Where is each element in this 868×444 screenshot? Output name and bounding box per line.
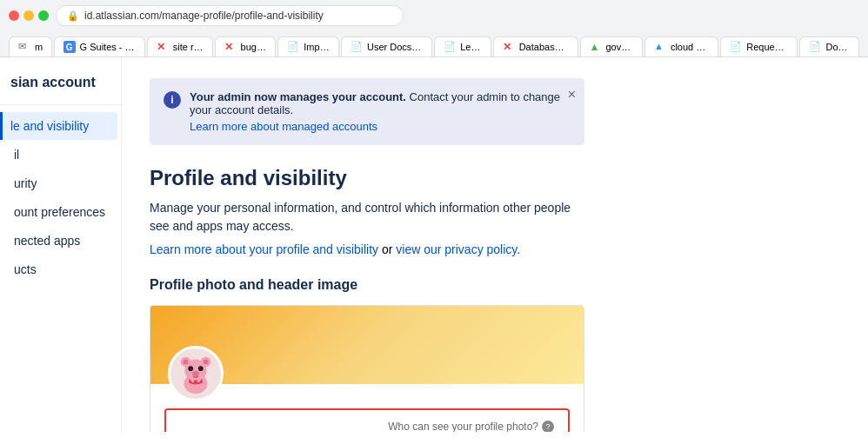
banner-close-button[interactable]: × (568, 87, 576, 103)
tab-label-documen: Documen (825, 42, 850, 52)
sidebar-heading: sian account (0, 75, 121, 105)
browser-chrome: 🔒 id.atlassian.com/manage-profile/profil… (0, 0, 868, 57)
info-icon: i (164, 91, 181, 109)
maximize-window-button[interactable] (38, 10, 49, 21)
tab-favicon-site-rename: ✕ (157, 41, 169, 53)
tab-gsuites[interactable]: G G Suites - Dashbo... (54, 36, 145, 56)
sidebar-item-connected-apps[interactable]: nected apps (3, 227, 117, 255)
tab-governator[interactable]: ▲ governator (580, 36, 643, 56)
close-window-button[interactable] (9, 10, 19, 21)
tab-favicon-imp-links: 📄 (287, 41, 299, 53)
page-title: Profile and visibility (150, 166, 840, 190)
page-links: Learn more about your profile and visibi… (150, 242, 840, 256)
help-icon[interactable]: ? (542, 421, 554, 432)
tab-request-for-call[interactable]: 📄 RequestForCall (720, 36, 798, 56)
svg-point-8 (192, 371, 199, 376)
avatar-image (170, 348, 221, 400)
privacy-policy-link[interactable]: view our privacy policy. (396, 242, 520, 256)
sidebar-item-products[interactable]: ucts (3, 255, 117, 283)
tab-favicon-learning: 📄 (444, 41, 456, 53)
banner-text: Your admin now manages your account. Con… (190, 90, 571, 133)
svg-point-5 (204, 360, 209, 365)
profile-photo-container: Who can see your profile photo? ? Atl (150, 305, 584, 432)
tab-label-site-rename: site rename (173, 42, 204, 52)
tab-favicon-documen: 📄 (809, 41, 821, 53)
sidebar-item-email[interactable]: il (3, 141, 117, 169)
tab-favicon-bugfix: ✕ (224, 41, 237, 53)
tab-label-gsuites: G Suites - Dashbo... (80, 42, 136, 52)
tab-label-imp-links: Imp_Links (304, 42, 330, 52)
tab-label-learning: Learning (460, 42, 482, 52)
tab-label-governator: governator (606, 42, 633, 52)
address-text: id.atlassian.com/manage-profile/profile-… (84, 10, 324, 22)
tab-label-request-for-call: RequestForCall (746, 42, 788, 52)
svg-point-11 (194, 380, 198, 384)
page-description: Manage your personal information, and co… (150, 199, 584, 235)
tab-user-docs[interactable]: 📄 User Docs to acce... (341, 36, 432, 56)
tab-db-queries[interactable]: ✕ Database Queries (493, 36, 578, 56)
sidebar-item-profile-visibility[interactable]: le and visibility (0, 112, 117, 140)
tab-cloud-changes[interactable]: ▲ cloud changes (644, 36, 718, 56)
tab-favicon-governator: ▲ (590, 41, 602, 53)
browser-titlebar: 🔒 id.atlassian.com/manage-profile/profil… (0, 0, 868, 31)
tab-favicon-mail: ✉ (18, 41, 30, 53)
tab-documen[interactable]: 📄 Documen (799, 36, 859, 56)
visibility-control: Who can see your profile photo? ? Atl (164, 408, 570, 432)
link-separator: or (382, 242, 396, 256)
tab-label-bugfix: bugfix tool (241, 42, 267, 52)
tab-site-rename[interactable]: ✕ site rename (147, 36, 213, 56)
tab-label-mail: mail (35, 42, 43, 52)
tab-label-cloud-changes: cloud changes (671, 42, 709, 52)
section-photo-title: Profile photo and header image (150, 277, 840, 293)
browser-tab-list: ✉ mail G G Suites - Dashbo... ✕ site ren… (0, 31, 868, 56)
sidebar: sian account le and visibility il urity … (0, 57, 122, 432)
tab-favicon-request-for-call: 📄 (730, 41, 742, 53)
tab-bugfix[interactable]: ✕ bugfix tool (215, 36, 277, 56)
tab-label-db-queries: Database Queries (519, 42, 569, 52)
tab-learning[interactable]: 📄 Learning (434, 36, 491, 56)
visibility-label: Who can see your profile photo? ? (388, 421, 554, 432)
banner-learn-more-link[interactable]: Learn more about managed accounts (190, 120, 571, 133)
svg-point-7 (198, 366, 204, 371)
admin-managed-banner: i Your admin now manages your account. C… (150, 78, 584, 145)
window-controls (9, 10, 49, 21)
svg-point-4 (184, 360, 189, 365)
page-layout: sian account le and visibility il urity … (0, 57, 868, 432)
tab-favicon-db-queries: ✕ (503, 41, 515, 53)
svg-point-6 (188, 366, 193, 371)
tab-label-user-docs: User Docs to acce... (367, 42, 423, 52)
main-content: i Your admin now manages your account. C… (122, 57, 868, 432)
tab-favicon-gsuites: G (63, 41, 76, 53)
banner-bold-text: Your admin now manages your account. (190, 90, 406, 103)
profile-avatar[interactable] (168, 346, 224, 401)
tab-favicon-cloud-changes: ▲ (654, 41, 666, 53)
learn-more-link[interactable]: Learn more about your profile and visibi… (150, 242, 378, 256)
address-bar[interactable]: 🔒 id.atlassian.com/manage-profile/profil… (56, 5, 404, 26)
tab-mail[interactable]: ✉ mail (9, 36, 52, 56)
minimize-window-button[interactable] (23, 10, 34, 21)
lock-icon: 🔒 (67, 10, 79, 22)
profile-header-image (150, 306, 584, 384)
tab-favicon-user-docs: 📄 (351, 41, 363, 53)
sidebar-item-account-preferences[interactable]: ount preferences (3, 198, 117, 226)
sidebar-item-security[interactable]: urity (3, 169, 117, 197)
tab-imp-links[interactable]: 📄 Imp_Links (277, 36, 339, 56)
